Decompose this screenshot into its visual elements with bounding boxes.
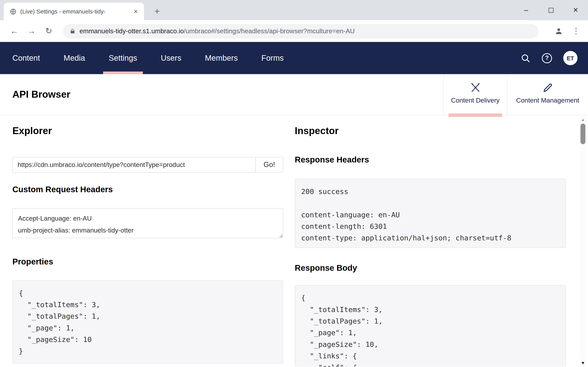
tab-content-delivery-label: Content Delivery bbox=[451, 97, 500, 105]
help-icon: ? bbox=[542, 53, 552, 63]
forward-button[interactable]: → bbox=[24, 24, 39, 39]
api-mode-tabs: Content Delivery Content Management bbox=[443, 74, 588, 115]
url-text: emmanuels-tidy-otter.s1.umbraco.io/umbra… bbox=[80, 27, 355, 35]
window-minimize-button[interactable]: – bbox=[514, 0, 538, 20]
response-body-title: Response Body bbox=[295, 263, 566, 273]
screen: (Live) Settings - emmanuels-tidy- × + – … bbox=[0, 0, 588, 367]
api-url-row: Go! bbox=[12, 157, 283, 173]
inspector-panel: Inspector Response Headers 200 success c… bbox=[295, 115, 566, 367]
nav-item-content[interactable]: Content bbox=[12, 42, 40, 74]
umbraco-main-nav: Content Media Settings Users Members For… bbox=[0, 42, 588, 74]
profile-icon bbox=[555, 27, 563, 35]
tab-title: (Live) Settings - emmanuels-tidy- bbox=[20, 8, 127, 15]
custom-request-headers-title: Custom Request Headers bbox=[12, 184, 283, 194]
api-url-input[interactable] bbox=[12, 157, 256, 173]
tab-content-management[interactable]: Content Management bbox=[507, 74, 588, 115]
nav-item-settings[interactable]: Settings bbox=[109, 42, 137, 74]
back-button[interactable]: ← bbox=[7, 24, 22, 39]
browser-address-bar: ← → ↻ emmanuels-tidy-otter.s1.umbraco.io… bbox=[0, 20, 588, 42]
inspector-title: Inspector bbox=[295, 125, 566, 137]
nav-item-members[interactable]: Members bbox=[205, 42, 238, 74]
scrollbar-up-button[interactable]: ▲ bbox=[580, 117, 586, 123]
properties-code: { "_totalItems": 3, "_totalPages": 1, "_… bbox=[12, 280, 283, 364]
url-domain: emmanuels-tidy-otter.s1.umbraco.io bbox=[80, 27, 184, 35]
content-scrollbar[interactable]: ▲ ▼ bbox=[580, 116, 586, 367]
help-button[interactable]: ? bbox=[542, 53, 552, 63]
browser-tab-bar: (Live) Settings - emmanuels-tidy- × + – … bbox=[0, 0, 588, 20]
api-browser-content: Explorer Go! Custom Request Headers Acce… bbox=[0, 115, 588, 367]
nav-item-media[interactable]: Media bbox=[63, 42, 85, 74]
go-button[interactable]: Go! bbox=[255, 157, 283, 173]
search-button[interactable] bbox=[521, 53, 531, 63]
response-headers-title: Response Headers bbox=[295, 155, 566, 165]
profile-button[interactable] bbox=[551, 24, 566, 39]
content-delivery-icon bbox=[469, 82, 481, 93]
browser-menu-button[interactable]: ⋮ bbox=[569, 24, 584, 39]
pencil-icon bbox=[542, 82, 553, 93]
url-path: /umbraco#/settings/headless/api-browser?… bbox=[184, 27, 355, 35]
tab-close-button[interactable]: × bbox=[131, 7, 140, 16]
explorer-title: Explorer bbox=[12, 125, 283, 137]
nav-item-forms[interactable]: Forms bbox=[261, 42, 284, 74]
window-controls: – × bbox=[514, 0, 588, 20]
browser-tab[interactable]: (Live) Settings - emmanuels-tidy- × bbox=[4, 2, 144, 20]
url-omnibox[interactable]: emmanuels-tidy-otter.s1.umbraco.io/umbra… bbox=[63, 24, 538, 38]
tab-content-management-label: Content Management bbox=[516, 97, 579, 105]
site-favicon-icon bbox=[10, 8, 17, 15]
page-header: API Browser Content Delivery Content Man… bbox=[0, 74, 588, 115]
scrollbar-thumb[interactable] bbox=[580, 124, 586, 144]
page-title: API Browser bbox=[12, 89, 70, 100]
maximize-icon bbox=[548, 8, 553, 13]
explorer-panel: Explorer Go! Custom Request Headers Acce… bbox=[12, 115, 283, 363]
custom-headers-textarea[interactable]: Accept-Language: en-AU umb-project-alias… bbox=[12, 208, 283, 238]
toolbar-right: ⋮ bbox=[551, 24, 584, 39]
lock-icon[interactable] bbox=[70, 28, 76, 34]
user-avatar[interactable]: ET bbox=[563, 51, 578, 65]
response-body-code: { "_totalItems": 3, "_totalPages": 1, "_… bbox=[295, 285, 566, 367]
tab-content-delivery[interactable]: Content Delivery bbox=[443, 74, 507, 115]
window-maximize-button[interactable] bbox=[538, 0, 563, 20]
nav-right-cluster: ? ET bbox=[521, 42, 588, 74]
window-close-button[interactable]: × bbox=[563, 0, 588, 20]
search-icon bbox=[521, 53, 531, 63]
new-tab-button[interactable]: + bbox=[151, 5, 164, 18]
scrollbar-down-button[interactable]: ▼ bbox=[580, 360, 586, 366]
properties-title: Properties bbox=[12, 257, 283, 267]
response-headers-code: 200 success content-language: en-AU cont… bbox=[295, 179, 566, 248]
reload-button[interactable]: ↻ bbox=[41, 24, 56, 39]
nav-item-users[interactable]: Users bbox=[161, 42, 181, 74]
browser-window: (Live) Settings - emmanuels-tidy- × + – … bbox=[0, 0, 588, 367]
